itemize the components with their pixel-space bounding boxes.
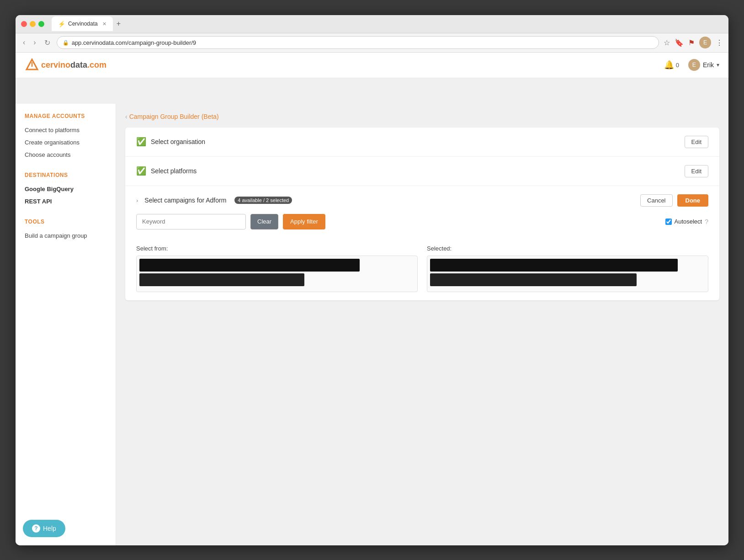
lock-icon: 🔒 [63, 40, 69, 46]
manage-accounts-heading: MANAGE ACCOUNTS [16, 113, 116, 124]
menu-icon[interactable]: ⋮ [716, 38, 723, 47]
tab-favicon-icon: ⚡ [58, 21, 65, 27]
extension-icon-2[interactable]: ⚑ [688, 38, 695, 47]
step-org-edit-button[interactable]: Edit [685, 136, 708, 148]
step-platforms-left: ✅ Select platforms [136, 166, 197, 176]
list-item[interactable] [139, 259, 360, 272]
notification-count: 0 [676, 62, 679, 69]
clear-button[interactable]: Clear [250, 214, 278, 229]
user-menu[interactable]: E Erik ▾ [688, 59, 719, 71]
breadcrumb: ‹ Campaign Group Builder (Beta) [125, 113, 719, 120]
sidebar-section-manage-accounts: MANAGE ACCOUNTS Connect to platforms Cre… [16, 113, 116, 161]
lists-area: Select from: Selected: [136, 245, 708, 292]
step-platforms-edit-button[interactable]: Edit [685, 165, 708, 177]
help-button[interactable]: ? Help [23, 520, 65, 537]
logo-icon [25, 58, 39, 72]
extension-icon-1[interactable]: 🔖 [675, 38, 684, 47]
browser-toolbar: ‹ › ↻ 🔒 app.cervinodata.com/campaign-gro… [16, 33, 728, 53]
content-card: ✅ Select organisation Edit ✅ Select plat… [125, 128, 719, 300]
expand-icon[interactable]: › [136, 197, 138, 204]
campaign-actions: Cancel Done [640, 194, 708, 207]
address-bar[interactable]: 🔒 app.cervinodata.com/campaign-group-bui… [57, 36, 659, 49]
sidebar-item-google-bigquery[interactable]: Google BigQuery [16, 183, 116, 195]
user-name: Erik [703, 61, 714, 69]
help-circle-icon: ? [32, 524, 40, 533]
campaign-badge: 4 available / 2 selected [234, 197, 292, 204]
sidebar: MANAGE ACCOUNTS Connect to platforms Cre… [16, 104, 116, 545]
sidebar-section-destinations: DESTINATIONS Google BigQuery REST API [16, 172, 116, 208]
back-button[interactable]: ‹ [21, 37, 27, 48]
tools-heading: TOOLS [16, 219, 116, 229]
nav-right: 🔔 0 E Erik ▾ [664, 59, 719, 71]
cancel-button[interactable]: Cancel [640, 194, 672, 207]
list-item[interactable] [139, 273, 304, 286]
keyword-input[interactable] [136, 214, 246, 229]
logo-text: cervinodata.com [41, 60, 106, 70]
step-select-platforms: ✅ Select platforms Edit [125, 157, 719, 186]
sidebar-item-choose-accounts[interactable]: Choose accounts [16, 149, 116, 161]
reload-button[interactable]: ↻ [43, 37, 52, 49]
step-org-title: Select organisation [151, 138, 205, 145]
campaign-title-area: › Select campaigns for Adform 4 availabl… [136, 197, 292, 204]
selected-label: Selected: [427, 245, 708, 252]
logo[interactable]: cervinodata.com [25, 58, 106, 72]
main-content: ‹ Campaign Group Builder (Beta) ✅ Select… [116, 104, 728, 545]
apply-filter-button[interactable]: Apply filter [283, 214, 325, 229]
toolbar-actions: ☆ 🔖 ⚑ E ⋮ [664, 37, 723, 48]
help-label: Help [43, 525, 56, 532]
traffic-lights [21, 21, 44, 27]
step-platforms-title: Select platforms [151, 167, 197, 175]
close-button[interactable] [21, 21, 27, 27]
sidebar-section-tools: TOOLS Build a campaign group [16, 219, 116, 242]
browser-user-avatar[interactable]: E [699, 37, 711, 48]
list-item[interactable] [430, 273, 637, 286]
destinations-heading: DESTINATIONS [16, 172, 116, 183]
sidebar-item-rest-api[interactable]: REST API [16, 195, 116, 208]
minimize-button[interactable] [30, 21, 36, 27]
notification-area[interactable]: 🔔 0 [664, 60, 679, 70]
sidebar-item-connect-platforms[interactable]: Connect to platforms [16, 124, 116, 136]
step-select-organisation: ✅ Select organisation Edit [125, 128, 719, 157]
active-tab[interactable]: ⚡ Cervinodata ✕ [52, 16, 113, 31]
top-nav: cervinodata.com 🔔 0 E Erik ▾ [16, 53, 728, 78]
autoselect-checkbox[interactable] [665, 219, 672, 225]
maximize-button[interactable] [38, 21, 44, 27]
select-from-list[interactable] [136, 256, 418, 292]
step-org-left: ✅ Select organisation [136, 137, 205, 147]
filter-bar: Clear Apply filter Autoselect ? [136, 214, 708, 229]
url-text: app.cervinodata.com/campaign-group-build… [72, 39, 196, 46]
bookmark-icon[interactable]: ☆ [664, 38, 670, 47]
bell-icon: 🔔 [664, 60, 674, 70]
campaign-title-text: Select campaigns for Adform [144, 197, 226, 204]
select-from-label: Select from: [136, 245, 418, 252]
selected-panel: Selected: [427, 245, 708, 292]
new-tab-button[interactable]: + [113, 20, 124, 28]
autoselect-help-icon[interactable]: ? [705, 218, 708, 225]
user-avatar: E [688, 59, 700, 71]
step-org-check-icon: ✅ [136, 137, 146, 147]
autoselect-label: Autoselect [675, 218, 702, 225]
autoselect-area: Autoselect ? [665, 218, 709, 225]
user-chevron-icon: ▾ [717, 62, 719, 68]
browser-titlebar: ⚡ Cervinodata ✕ + [16, 15, 728, 33]
selected-list[interactable] [427, 256, 708, 292]
sidebar-item-create-organisations[interactable]: Create organisations [16, 136, 116, 149]
step-platforms-check-icon: ✅ [136, 166, 146, 176]
campaign-header: › Select campaigns for Adform 4 availabl… [136, 194, 708, 207]
list-item[interactable] [430, 259, 678, 272]
sidebar-item-build-campaign-group[interactable]: Build a campaign group [16, 229, 116, 242]
select-from-panel: Select from: [136, 245, 418, 292]
done-button[interactable]: Done [677, 194, 709, 207]
breadcrumb-text: Campaign Group Builder (Beta) [129, 113, 219, 120]
tab-bar: ⚡ Cervinodata ✕ + [52, 16, 723, 31]
tab-title: Cervinodata [68, 21, 98, 27]
breadcrumb-arrow-icon: ‹ [125, 113, 128, 120]
step-select-campaigns: › Select campaigns for Adform 4 availabl… [125, 186, 719, 300]
forward-button[interactable]: › [32, 37, 37, 48]
tab-close-icon[interactable]: ✕ [102, 21, 106, 27]
